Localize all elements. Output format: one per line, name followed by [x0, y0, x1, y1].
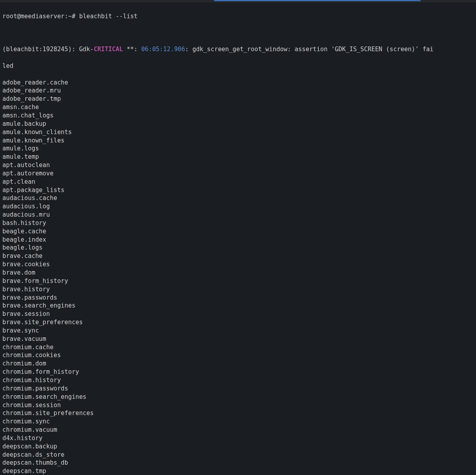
- cleaner-item: chromium.vacuum: [2, 426, 474, 434]
- cleaner-item: amule.known_clients: [2, 128, 474, 137]
- gdk-error-line-wrap: led: [2, 62, 474, 70]
- error-prefix: (bleachbit:1928245): Gdk-: [2, 46, 94, 53]
- cleaner-item: amule.temp: [2, 153, 474, 161]
- cleaner-item: chromium.session: [2, 401, 474, 410]
- cleaner-item: brave.vacuum: [2, 335, 474, 343]
- cleaner-item: beagle.cache: [2, 227, 474, 236]
- cleaner-item: beagle.logs: [2, 244, 474, 252]
- error-suffix: : gdk_screen_get_root_window: assertion …: [185, 46, 434, 53]
- blank-line: [2, 29, 474, 37]
- cleaner-item: deepscan.tmp: [2, 467, 474, 475]
- cleaner-item: adobe_reader.tmp: [2, 95, 474, 103]
- prompt-path: ~: [68, 13, 72, 20]
- prompt-user: root: [2, 13, 17, 20]
- cleaner-item: chromium.sync: [2, 417, 474, 426]
- cleaner-item: chromium.search_engines: [2, 393, 474, 401]
- cleaner-item: deepscan.ds_store: [2, 451, 474, 459]
- cleaner-item: amsn.chat_logs: [2, 112, 474, 120]
- cleaner-item: deepscan.thumbs_db: [2, 459, 474, 467]
- cleaner-item: audacious.cache: [2, 194, 474, 202]
- cleaner-item: amule.backup: [2, 120, 474, 128]
- cleaner-item: brave.form_history: [2, 277, 474, 285]
- cleaner-item: adobe_reader.cache: [2, 79, 474, 87]
- error-critical-label: CRITICAL: [94, 46, 123, 53]
- cleaner-item: amule.known_files: [2, 137, 474, 145]
- cleaner-item: apt.autoremove: [2, 169, 474, 178]
- cleaner-item: beagle.index: [2, 236, 474, 244]
- cleaner-item: brave.site_preferences: [2, 318, 474, 327]
- terminal-output[interactable]: root@meediaserver:~# bleachbit --list (b…: [0, 2, 476, 475]
- error-timestamp: 06:05:12.906: [141, 46, 185, 53]
- cleaner-item: audacious.log: [2, 202, 474, 211]
- cleaner-item: amule.logs: [2, 144, 474, 153]
- cleaner-item: deepscan.backup: [2, 442, 474, 451]
- cleaner-item: d4x.history: [2, 434, 474, 442]
- cleaner-item: brave.passwords: [2, 294, 474, 302]
- active-tab-indicator: [214, 0, 420, 1]
- cleaner-item: chromium.passwords: [2, 385, 474, 393]
- prompt-line: root@meediaserver:~# bleachbit --list: [2, 12, 474, 21]
- cleaner-item: bash.history: [2, 219, 474, 227]
- cleaner-item: apt.clean: [2, 178, 474, 186]
- command-text: bleachbit --list: [79, 13, 137, 20]
- cleaner-item: brave.cookies: [2, 260, 474, 269]
- cleaner-item: adobe_reader.mru: [2, 87, 474, 95]
- gdk-error-line: (bleachbit:1928245): Gdk-CRITICAL **: 06…: [2, 45, 474, 54]
- cleaner-item: brave.dom: [2, 269, 474, 277]
- cleaner-item: chromium.site_preferences: [2, 409, 474, 417]
- cleaner-item: chromium.cookies: [2, 351, 474, 360]
- cleaner-item: audacious.mru: [2, 211, 474, 219]
- prompt-sep: :: [65, 13, 68, 20]
- cleaner-list: adobe_reader.cacheadobe_reader.mruadobe_…: [2, 79, 474, 475]
- error-mid: **:: [123, 46, 141, 53]
- cleaner-item: brave.sync: [2, 327, 474, 335]
- cleaner-item: chromium.dom: [2, 360, 474, 368]
- cleaner-item: brave.search_engines: [2, 302, 474, 310]
- cleaner-item: brave.history: [2, 285, 474, 294]
- cleaner-item: chromium.form_history: [2, 368, 474, 376]
- cleaner-item: amsn.cache: [2, 103, 474, 112]
- cleaner-item: chromium.cache: [2, 343, 474, 352]
- prompt-host: meediaserver: [21, 13, 65, 20]
- cleaner-item: apt.package_lists: [2, 186, 474, 194]
- cleaner-item: brave.cache: [2, 252, 474, 260]
- prompt-symbol: #: [72, 13, 75, 20]
- cleaner-item: brave.session: [2, 310, 474, 318]
- cleaner-item: apt.autoclean: [2, 161, 474, 169]
- cleaner-item: chromium.history: [2, 376, 474, 385]
- window-titlebar: [0, 0, 476, 2]
- prompt-at: @: [17, 13, 21, 20]
